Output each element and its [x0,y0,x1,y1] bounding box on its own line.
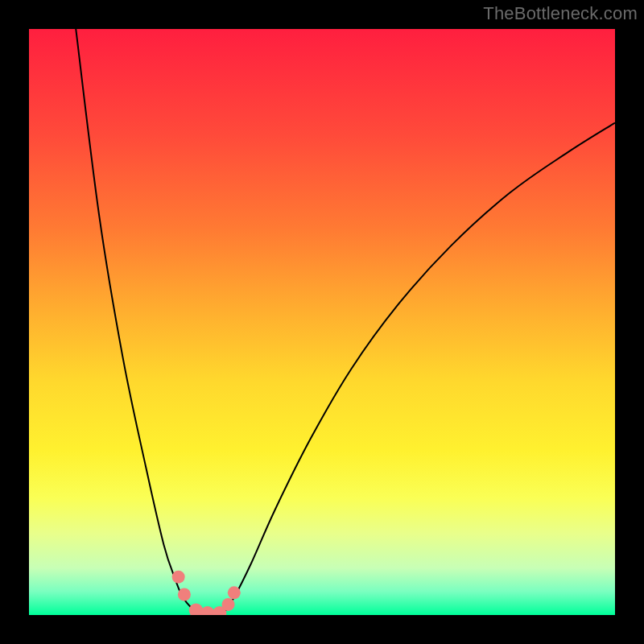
marker-e [213,606,226,615]
plot-area [29,29,615,615]
chart-frame: TheBottleneck.com [0,0,644,644]
data-markers [172,571,241,615]
right-curve [222,122,615,615]
marker-b [178,588,191,601]
marker-g [228,586,241,599]
watermark-text: TheBottleneck.com [483,3,638,24]
marker-f [222,598,235,611]
left-curve [76,29,204,615]
marker-a [172,571,185,584]
chart-svg [29,29,615,615]
marker-d [200,606,214,615]
marker-c [189,603,203,615]
